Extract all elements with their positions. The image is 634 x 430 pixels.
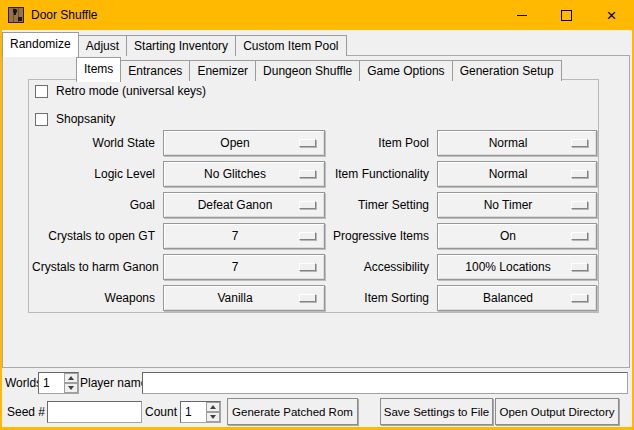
retro-mode-label: Retro mode (universal keys) bbox=[56, 84, 206, 98]
player-names-input[interactable] bbox=[142, 372, 628, 394]
retro-mode-checkbox-row[interactable]: Retro mode (universal keys) bbox=[35, 84, 206, 98]
tab-dungeon-shuffle[interactable]: Dungeon Shuffle bbox=[255, 60, 360, 81]
down-triangle-icon bbox=[68, 386, 74, 390]
logic-level-value: No Glitches bbox=[164, 162, 306, 186]
item-pool-dropdown[interactable]: Normal bbox=[437, 130, 597, 156]
main-tabbar: Randomize Adjust Starting Inventory Cust… bbox=[2, 32, 347, 56]
goal-value: Defeat Ganon bbox=[164, 193, 306, 217]
count-spin-up-button[interactable] bbox=[206, 402, 220, 412]
crystals-gt-label: Crystals to open GT bbox=[32, 223, 163, 249]
sub-tabbar: Items Entrances Enemizer Dungeon Shuffle… bbox=[76, 57, 562, 81]
seed-input[interactable] bbox=[47, 401, 142, 423]
world-state-dropdown[interactable]: Open bbox=[163, 130, 325, 156]
window-title: Door Shuffle bbox=[31, 8, 98, 22]
window-controls: × bbox=[499, 0, 634, 30]
dropdown-indicator-icon bbox=[571, 294, 588, 302]
item-sorting-label: Item Sorting bbox=[332, 285, 437, 311]
maximize-icon bbox=[561, 10, 572, 21]
options-grid: World State Open Item Pool Normal Logic … bbox=[32, 130, 597, 311]
tab-adjust[interactable]: Adjust bbox=[78, 35, 127, 56]
dropdown-indicator-icon bbox=[571, 170, 588, 178]
app-window: Door Shuffle × Randomize Adjust Starting… bbox=[0, 0, 634, 430]
weapons-dropdown[interactable]: Vanilla bbox=[163, 285, 325, 311]
worlds-stepper[interactable] bbox=[38, 372, 79, 394]
tab-generation-setup[interactable]: Generation Setup bbox=[452, 60, 562, 81]
save-settings-button[interactable]: Save Settings to File bbox=[380, 398, 493, 425]
crystals-gt-value: 7 bbox=[164, 224, 306, 248]
open-output-directory-button[interactable]: Open Output Directory bbox=[495, 398, 619, 425]
tab-custom-item-pool[interactable]: Custom Item Pool bbox=[235, 35, 346, 56]
weapons-label: Weapons bbox=[32, 285, 163, 311]
worlds-label: Worlds bbox=[5, 372, 42, 394]
item-pool-label: Item Pool bbox=[332, 130, 437, 156]
retro-mode-checkbox[interactable] bbox=[35, 85, 48, 98]
shopsanity-checkbox-row[interactable]: Shopsanity bbox=[35, 112, 115, 126]
app-door-icon bbox=[8, 7, 24, 23]
progressive-items-label: Progressive Items bbox=[332, 223, 437, 249]
count-spin-buttons bbox=[206, 402, 220, 422]
timer-setting-value: No Timer bbox=[438, 193, 578, 217]
close-button[interactable]: × bbox=[589, 0, 634, 30]
goal-dropdown[interactable]: Defeat Ganon bbox=[163, 192, 325, 218]
minimize-button[interactable] bbox=[499, 0, 544, 30]
dropdown-indicator-icon bbox=[299, 139, 316, 147]
shopsanity-label: Shopsanity bbox=[56, 112, 115, 126]
dropdown-indicator-icon bbox=[299, 263, 316, 271]
tab-enemizer[interactable]: Enemizer bbox=[189, 60, 256, 81]
dropdown-indicator-icon bbox=[571, 263, 588, 271]
crystals-ganon-label: Crystals to harm Ganon bbox=[32, 254, 163, 280]
worlds-spin-buttons bbox=[64, 373, 78, 393]
dropdown-indicator-icon bbox=[299, 232, 316, 240]
item-sorting-dropdown[interactable]: Balanced bbox=[437, 285, 597, 311]
seed-label: Seed # bbox=[7, 401, 45, 423]
up-triangle-icon bbox=[68, 376, 74, 380]
dropdown-indicator-icon bbox=[571, 201, 588, 209]
close-icon: × bbox=[607, 7, 617, 24]
titlebar: Door Shuffle × bbox=[0, 0, 634, 30]
goal-label: Goal bbox=[32, 192, 163, 218]
progressive-items-dropdown[interactable]: On bbox=[437, 223, 597, 249]
logic-level-dropdown[interactable]: No Glitches bbox=[163, 161, 325, 187]
logic-level-label: Logic Level bbox=[32, 161, 163, 187]
tab-items[interactable]: Items bbox=[76, 57, 121, 82]
accessibility-value: 100% Locations bbox=[438, 255, 578, 279]
count-input[interactable] bbox=[181, 402, 206, 422]
client-area: Randomize Adjust Starting Inventory Cust… bbox=[2, 30, 632, 427]
down-triangle-icon bbox=[210, 415, 216, 419]
worlds-input[interactable] bbox=[39, 373, 64, 393]
count-stepper[interactable] bbox=[180, 401, 221, 423]
dropdown-indicator-icon bbox=[299, 170, 316, 178]
dropdown-indicator-icon bbox=[299, 294, 316, 302]
item-functionality-label: Item Functionality bbox=[332, 161, 437, 187]
accessibility-dropdown[interactable]: 100% Locations bbox=[437, 254, 597, 280]
item-functionality-dropdown[interactable]: Normal bbox=[437, 161, 597, 187]
minimize-icon bbox=[517, 15, 527, 16]
generate-patched-rom-button[interactable]: Generate Patched Rom bbox=[227, 398, 358, 425]
count-label: Count bbox=[145, 401, 177, 423]
shopsanity-checkbox[interactable] bbox=[35, 113, 48, 126]
worlds-spin-up-button[interactable] bbox=[64, 373, 78, 383]
accessibility-label: Accessibility bbox=[332, 254, 437, 280]
world-state-value: Open bbox=[164, 131, 306, 155]
tab-starting-inventory[interactable]: Starting Inventory bbox=[126, 35, 236, 56]
world-state-label: World State bbox=[32, 130, 163, 156]
dropdown-indicator-icon bbox=[299, 201, 316, 209]
tab-randomize[interactable]: Randomize bbox=[2, 32, 79, 57]
item-functionality-value: Normal bbox=[438, 162, 578, 186]
crystals-ganon-dropdown[interactable]: 7 bbox=[163, 254, 325, 280]
tab-entrances[interactable]: Entrances bbox=[120, 60, 190, 81]
dropdown-indicator-icon bbox=[571, 139, 588, 147]
timer-setting-label: Timer Setting bbox=[332, 192, 437, 218]
crystals-ganon-value: 7 bbox=[164, 255, 306, 279]
weapons-value: Vanilla bbox=[164, 286, 306, 310]
tab-game-options[interactable]: Game Options bbox=[359, 60, 452, 81]
dropdown-indicator-icon bbox=[571, 232, 588, 240]
count-spin-down-button[interactable] bbox=[206, 412, 220, 422]
timer-setting-dropdown[interactable]: No Timer bbox=[437, 192, 597, 218]
item-sorting-value: Balanced bbox=[438, 286, 578, 310]
maximize-button[interactable] bbox=[544, 0, 589, 30]
up-triangle-icon bbox=[210, 405, 216, 409]
worlds-spin-down-button[interactable] bbox=[64, 383, 78, 393]
progressive-items-value: On bbox=[438, 224, 578, 248]
crystals-gt-dropdown[interactable]: 7 bbox=[163, 223, 325, 249]
